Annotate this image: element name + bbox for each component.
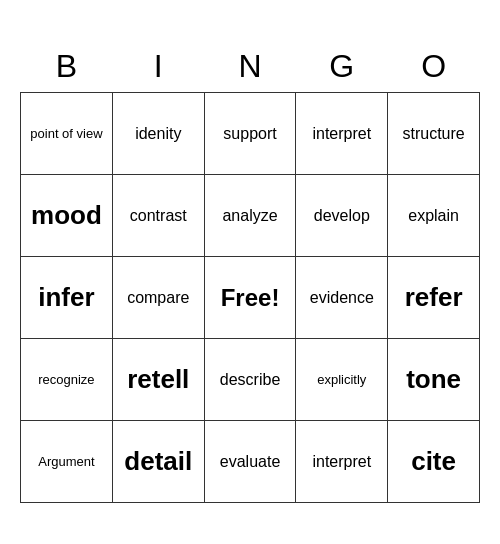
- bingo-cell-1-1: contrast: [112, 175, 204, 257]
- bingo-row-3: recognizeretelldescribeexplicitlytone: [21, 339, 480, 421]
- bingo-card: BINGO point of viewidenitysupportinterpr…: [20, 41, 480, 504]
- bingo-cell-0-0: point of view: [21, 93, 113, 175]
- bingo-row-4: Argumentdetailevaluateinterpretcite: [21, 421, 480, 503]
- bingo-row-0: point of viewidenitysupportinterpretstru…: [21, 93, 480, 175]
- bingo-cell-2-3: evidence: [296, 257, 388, 339]
- bingo-cell-0-3: interpret: [296, 93, 388, 175]
- header-letter-b: B: [21, 41, 113, 93]
- bingo-cell-3-2: describe: [204, 339, 296, 421]
- bingo-cell-1-3: develop: [296, 175, 388, 257]
- bingo-cell-1-0: mood: [21, 175, 113, 257]
- bingo-cell-0-2: support: [204, 93, 296, 175]
- bingo-cell-4-0: Argument: [21, 421, 113, 503]
- bingo-cell-2-0: infer: [21, 257, 113, 339]
- header-row: BINGO: [21, 41, 480, 93]
- bingo-cell-3-4: tone: [388, 339, 480, 421]
- bingo-cell-4-1: detail: [112, 421, 204, 503]
- bingo-cell-2-4: refer: [388, 257, 480, 339]
- bingo-cell-0-4: structure: [388, 93, 480, 175]
- header-letter-n: N: [204, 41, 296, 93]
- bingo-row-2: infercompareFree!evidencerefer: [21, 257, 480, 339]
- bingo-cell-2-1: compare: [112, 257, 204, 339]
- bingo-cell-3-0: recognize: [21, 339, 113, 421]
- bingo-cell-0-1: idenity: [112, 93, 204, 175]
- header-letter-i: I: [112, 41, 204, 93]
- bingo-row-1: moodcontrastanalyzedevelopexplain: [21, 175, 480, 257]
- bingo-cell-3-1: retell: [112, 339, 204, 421]
- bingo-cell-3-3: explicitly: [296, 339, 388, 421]
- bingo-cell-4-4: cite: [388, 421, 480, 503]
- bingo-cell-1-2: analyze: [204, 175, 296, 257]
- bingo-cell-4-2: evaluate: [204, 421, 296, 503]
- header-letter-g: G: [296, 41, 388, 93]
- bingo-cell-1-4: explain: [388, 175, 480, 257]
- bingo-cell-4-3: interpret: [296, 421, 388, 503]
- bingo-cell-2-2: Free!: [204, 257, 296, 339]
- header-letter-o: O: [388, 41, 480, 93]
